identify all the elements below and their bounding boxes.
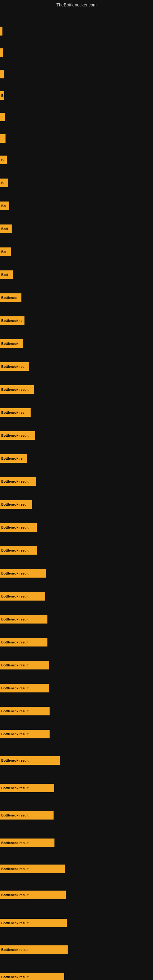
bar-item: Bottleneck re	[0, 454, 27, 463]
bar-item: Bottleneck result	[0, 838, 54, 847]
bar-item: B	[0, 156, 7, 164]
bar-label: Bottleneck result	[1, 549, 29, 552]
bar-item: Bottleneck result	[0, 973, 64, 980]
bar-item: Bottleneck re	[0, 317, 24, 325]
bar-rect: Bottleneck result	[0, 811, 54, 819]
bar-rect	[0, 113, 5, 121]
bar-label: Bottleneck result	[1, 759, 29, 762]
bar-rect: Bottleneck result	[0, 661, 49, 670]
bar-label: Bott	[1, 273, 8, 277]
bar-rect: Bottleneck result	[0, 865, 65, 873]
bar-label: Bottleneck result	[1, 686, 29, 690]
bar-label: Bottleneck res	[1, 365, 24, 368]
bar-item	[0, 113, 5, 121]
bar-rect: Bottleneck res	[0, 408, 30, 417]
bar-label: B	[1, 94, 4, 97]
bar-label: Bottleneck result	[1, 786, 29, 790]
bar-item: Bottlenec	[0, 293, 21, 302]
bar-item: Bottleneck result	[0, 546, 37, 555]
bar-item: B	[0, 178, 8, 187]
bar-item: Bottleneck result	[0, 784, 54, 792]
bar-label: Bottleneck result	[1, 388, 29, 391]
bar-item: Bottleneck result	[0, 385, 33, 394]
bar-item: Bottleneck result	[0, 707, 49, 715]
bar-label: Bottleneck result	[1, 841, 29, 845]
bar-rect: Bo	[0, 247, 11, 256]
bar-item: Bo	[0, 247, 11, 256]
bar-label: Bottleneck result	[1, 434, 29, 438]
bar-rect: Bottleneck re	[0, 454, 27, 463]
bar-label: Bo	[1, 204, 6, 208]
bar-label: Bottleneck result	[1, 595, 29, 598]
bar-rect: Bottleneck result	[0, 523, 37, 531]
bar-item: Bottleneck result	[0, 615, 48, 624]
bar-rect: B	[0, 156, 7, 164]
bar-label: Bo	[1, 250, 6, 254]
bar-item: Bottleneck result	[0, 477, 36, 486]
bar-item: Bottleneck result	[0, 661, 49, 670]
bar-rect: Bottleneck result	[0, 973, 64, 980]
bar-label: Bottleneck result	[1, 948, 29, 951]
bar-rect: Bottleneck	[0, 339, 23, 348]
bar-item: Bott	[0, 224, 12, 233]
bar-item: Bottleneck result	[0, 811, 54, 819]
bar-rect: Bo	[0, 202, 9, 210]
bar-rect: Bott	[0, 224, 12, 233]
bar-rect	[0, 48, 3, 57]
bar-label: B	[1, 158, 4, 162]
bar-rect: Bottleneck result	[0, 707, 49, 715]
bar-rect: Bottleneck result	[0, 838, 54, 847]
bar-rect: Bottleneck result	[0, 638, 48, 646]
bar-item: Bottleneck result	[0, 431, 35, 440]
site-title: TheBottlenecker.com	[0, 0, 153, 9]
bar-item: Bottleneck result	[0, 756, 60, 765]
bar-rect: Bottlenec	[0, 293, 21, 302]
bar-rect: Bott	[0, 270, 13, 279]
bar-item	[0, 27, 2, 35]
bar-rect: Bottleneck result	[0, 615, 48, 624]
bar-rect: B	[0, 178, 8, 187]
bar-rect: Bottleneck result	[0, 730, 49, 738]
bar-label: Bott	[1, 227, 8, 231]
bar-label: Bottleneck resu	[1, 503, 27, 506]
bar-label: Bottleneck result	[1, 893, 29, 897]
bar-label: Bottleneck re	[1, 457, 22, 460]
bar-item: Bott	[0, 270, 13, 279]
bar-item: Bottleneck result	[0, 865, 65, 873]
bar-label: Bottleneck result	[1, 525, 29, 529]
bar-rect: Bottleneck result	[0, 592, 45, 601]
bar-item: Bottleneck result	[0, 569, 46, 578]
bar-item: Bottleneck result	[0, 945, 68, 954]
bar-item: Bottleneck result	[0, 919, 67, 928]
bar-rect: B	[0, 91, 4, 100]
bar-item: Bottleneck result	[0, 730, 49, 738]
bar-rect: Bottleneck resu	[0, 500, 32, 509]
bar-label: Bottleneck result	[1, 975, 29, 979]
bar-item: Bottleneck result	[0, 592, 45, 601]
bar-rect: Bottleneck result	[0, 756, 60, 765]
bar-label: Bottlenec	[1, 296, 16, 299]
bar-label: Bottleneck result	[1, 709, 29, 713]
bar-rect: Bottleneck result	[0, 891, 66, 899]
bar-rect: Bottleneck re	[0, 317, 24, 325]
bar-label: Bottleneck result	[1, 617, 29, 621]
bar-label: Bottleneck result	[1, 732, 29, 736]
bar-rect: Bottleneck result	[0, 684, 49, 692]
bar-rect: Bottleneck result	[0, 431, 35, 440]
bar-item	[0, 134, 5, 143]
bar-item	[0, 70, 4, 78]
bar-rect	[0, 70, 4, 78]
bar-item: Bottleneck res	[0, 362, 29, 371]
bar-rect: Bottleneck result	[0, 919, 67, 928]
bar-item: Bottleneck result	[0, 638, 48, 646]
bar-label: Bottleneck result	[1, 480, 29, 483]
bar-rect: Bottleneck res	[0, 362, 29, 371]
bar-rect: Bottleneck result	[0, 569, 46, 578]
chart-area: BBBBoBottBoBottBottlenecBottleneck reBot…	[0, 9, 153, 976]
bar-rect: Bottleneck result	[0, 945, 68, 954]
bar-rect: Bottleneck result	[0, 546, 37, 555]
bar-label: Bottleneck res	[1, 411, 24, 414]
bar-label: Bottleneck result	[1, 867, 29, 871]
bar-label: B	[1, 181, 4, 185]
bar-label: Bottleneck result	[1, 813, 29, 817]
